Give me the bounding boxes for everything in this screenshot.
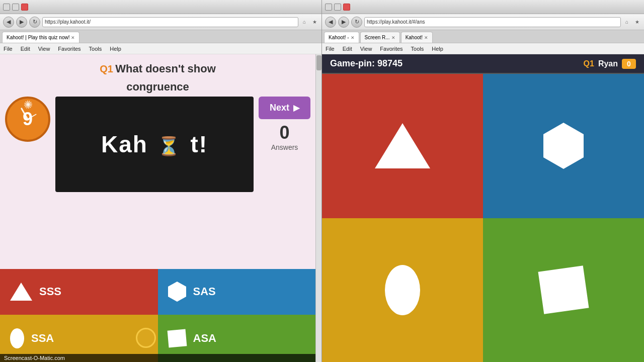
scrollbar[interactable] [315,54,321,362]
game-area: 9 Kah ⏳ t! Next ▶ [0,97,315,269]
right-star-icon[interactable]: ★ [633,18,641,26]
address-text: https://play.kahoot.it/ [45,19,91,25]
right-address-bar[interactable]: https://play.kahoot.it/#/ans [364,17,621,27]
right-menu-view[interactable]: View [359,46,374,52]
address-bar[interactable]: https://play.kahoot.it/ [42,17,298,27]
tab-close-icon[interactable]: ✕ [71,35,75,40]
menu-edit[interactable]: Edit [19,46,32,52]
tab-label: Kahoot! | Play this quiz now! [7,35,69,40]
next-button[interactable]: Next ▶ [259,97,310,119]
tab-kahoot-2[interactable]: Kahoot! ✕ [401,32,433,43]
answer-tiles-grid [322,74,644,362]
tile-square[interactable] [483,218,644,363]
game-pin-value: 98745 [377,58,403,68]
right-nav-bar: ◀ ▶ ↻ https://play.kahoot.it/#/ans ⌂ ★ [322,14,644,30]
tab-1-close-icon[interactable]: ✕ [391,35,395,40]
dual-browser-layout: ◀ ▶ ↻ https://play.kahoot.it/ ⌂ ★ Kahoot… [0,0,644,362]
answers-box: 0 Answers [271,122,298,151]
tab-kahoot-ans[interactable]: Kahoot! - ✕ [324,32,359,43]
oval-icon [10,328,24,348]
next-button-label: Next [270,103,289,113]
hourglass-icon: ⏳ [157,136,181,156]
next-answers-panel: Next ▶ 0 Answers [259,97,310,151]
tab-screen-recorder[interactable]: Screen R... ✕ [360,32,400,43]
right-minimize-button[interactable] [325,4,332,11]
right-home-icon[interactable]: ⌂ [623,18,631,26]
next-arrow-icon: ▶ [293,103,299,113]
question-text: What doesn't show [115,62,216,75]
back-button[interactable]: ◀ [3,17,14,28]
square-shape [538,265,589,314]
right-refresh-button[interactable]: ↻ [351,17,362,28]
tab-kahoot-play[interactable]: Kahoot! | Play this quiz now! ✕ [2,32,79,43]
oval-shape [385,265,420,315]
tab-label-1: Screen R... [365,35,390,40]
forward-button[interactable]: ▶ [16,17,27,28]
star-icon[interactable]: ★ [310,18,318,26]
answer-option-sss[interactable]: SSS [0,269,158,315]
right-browser: ◀ ▶ ↻ https://play.kahoot.it/#/ans ⌂ ★ K… [322,0,644,362]
answer-option-sas[interactable]: SAS [158,269,316,315]
clock-face: 9 [5,97,50,142]
game-header: Game-pin: 98745 Q1 Ryan 0 [322,54,644,74]
question-text-line2: congruence [0,80,315,97]
tile-hexagon[interactable] [483,74,644,218]
answer-options-grid: SSS SAS SSA A [0,269,315,362]
right-tab-bar: Kahoot! - ✕ Screen R... ✕ Kahoot! ✕ [322,30,644,43]
tile-triangle[interactable] [322,74,483,218]
left-title-bar [0,0,321,14]
tab-2-close-icon[interactable]: ✕ [424,35,428,40]
question-number: Q1 [100,63,113,74]
square-icon [167,329,187,347]
right-menu-favorites[interactable]: Favorites [378,46,404,52]
left-tab-bar: Kahoot! | Play this quiz now! ✕ [0,30,321,43]
menu-file[interactable]: File [2,46,14,52]
answer-label-sss: SSS [39,285,61,298]
left-menu-bar: File Edit View Favorites Tools Help [0,43,321,54]
hexagon-shape [543,134,584,157]
tab-label-2: Kahoot! [406,35,423,40]
close-button[interactable] [21,4,28,11]
scroll-thumb[interactable] [316,55,321,70]
left-nav-bar: ◀ ▶ ↻ https://play.kahoot.it/ ⌂ ★ [0,14,321,30]
right-address-text: https://play.kahoot.it/#/ans [367,19,425,25]
clock-number: 9 [23,109,33,130]
triangle-shape [375,123,430,168]
tab-0-close-icon[interactable]: ✕ [351,35,355,40]
right-page-content: Game-pin: 98745 Q1 Ryan 0 [322,54,644,362]
right-menu-tools[interactable]: Tools [410,46,426,52]
score-badge: 0 [622,59,636,69]
menu-favorites[interactable]: Favorites [56,46,82,52]
right-menu-edit[interactable]: Edit [341,46,354,52]
answers-count: 0 [271,122,298,143]
tile-oval[interactable] [322,218,483,363]
menu-tools[interactable]: Tools [88,46,104,52]
kahoot-banner: Kah ⏳ t! [55,97,254,192]
right-menu-help[interactable]: Help [430,46,445,52]
answer-label-sas: SAS [193,285,216,298]
player-name: Ryan [598,59,618,68]
kahoot-logo: Kah ⏳ t! [101,131,208,158]
right-back-button[interactable]: ◀ [325,17,336,28]
answer-label-ssa: SSA [31,332,54,345]
tab-label-0: Kahoot! - [329,35,349,40]
left-page-content: Q1 What doesn't show congruence [0,54,315,362]
answer-label-asa: ASA [193,332,216,345]
right-menu-file[interactable]: File [324,46,336,52]
game-pin-label: Game-pin: [330,58,375,68]
refresh-button[interactable]: ↻ [29,17,40,28]
menu-help[interactable]: Help [108,46,123,52]
right-maximize-button[interactable] [334,4,341,11]
hexagon-icon [168,287,186,297]
menu-view[interactable]: View [37,46,52,52]
q1-badge: Q1 [584,59,594,68]
right-title-bar [322,0,644,14]
game-pin-display: Game-pin: 98745 [330,58,403,69]
right-close-button[interactable] [343,4,350,11]
countdown-clock: 9 [5,97,50,142]
right-forward-button[interactable]: ▶ [338,17,349,28]
left-browser: ◀ ▶ ↻ https://play.kahoot.it/ ⌂ ★ Kahoot… [0,0,322,362]
maximize-button[interactable] [12,4,19,11]
minimize-button[interactable] [3,4,10,11]
home-icon[interactable]: ⌂ [300,18,308,26]
